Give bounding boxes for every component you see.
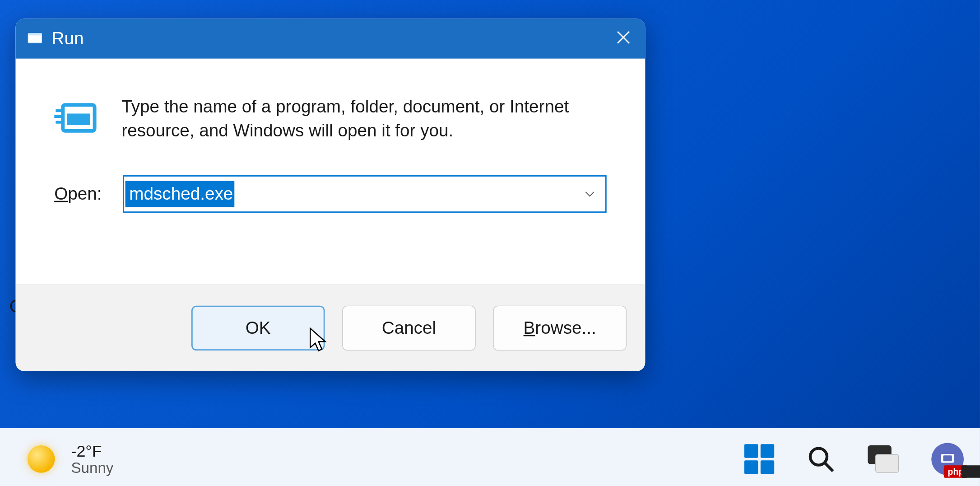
taskbar[interactable]: -2°F Sunny (0, 428, 980, 486)
browse-button[interactable]: Browse... (493, 306, 627, 350)
weather-widget[interactable]: -2°F Sunny (28, 442, 114, 476)
open-combobox[interactable]: mdsched.exe (123, 175, 606, 213)
watermark-box (961, 465, 980, 478)
open-label: Open: (54, 184, 102, 204)
dialog-title: Run (52, 29, 84, 49)
system-tray (744, 443, 964, 476)
dialog-body: Type the name of a program, folder, docu… (16, 59, 646, 285)
svg-point-4 (810, 449, 827, 465)
dialog-footer: OK Cancel Browse... (16, 285, 646, 371)
task-view-button[interactable] (868, 445, 899, 473)
weather-condition: Sunny (71, 460, 113, 476)
cancel-button[interactable]: Cancel (342, 306, 476, 350)
start-button[interactable] (744, 444, 774, 474)
svg-rect-1 (28, 33, 42, 35)
svg-rect-6 (943, 455, 952, 461)
task-view-icon (868, 445, 899, 473)
run-icon (27, 29, 43, 48)
search-icon (807, 445, 836, 474)
ok-button[interactable]: OK (191, 306, 325, 350)
titlebar[interactable]: Run (16, 19, 646, 58)
chevron-down-icon[interactable] (583, 187, 596, 201)
run-large-icon (54, 95, 100, 141)
dialog-description: Type the name of a program, folder, docu… (121, 95, 606, 143)
weather-temperature: -2°F (71, 442, 113, 459)
desktop-background: Q Run (0, 0, 980, 486)
windows-logo-icon (744, 444, 774, 474)
open-input-value: mdsched.exe (125, 181, 234, 207)
sun-icon (28, 445, 55, 473)
close-button[interactable] (613, 28, 634, 49)
close-icon (615, 29, 632, 49)
search-button[interactable] (807, 445, 836, 474)
run-dialog: Run Type the name of a program, folder, … (16, 19, 646, 371)
titlebar-left: Run (27, 29, 84, 49)
svg-rect-3 (67, 113, 90, 125)
